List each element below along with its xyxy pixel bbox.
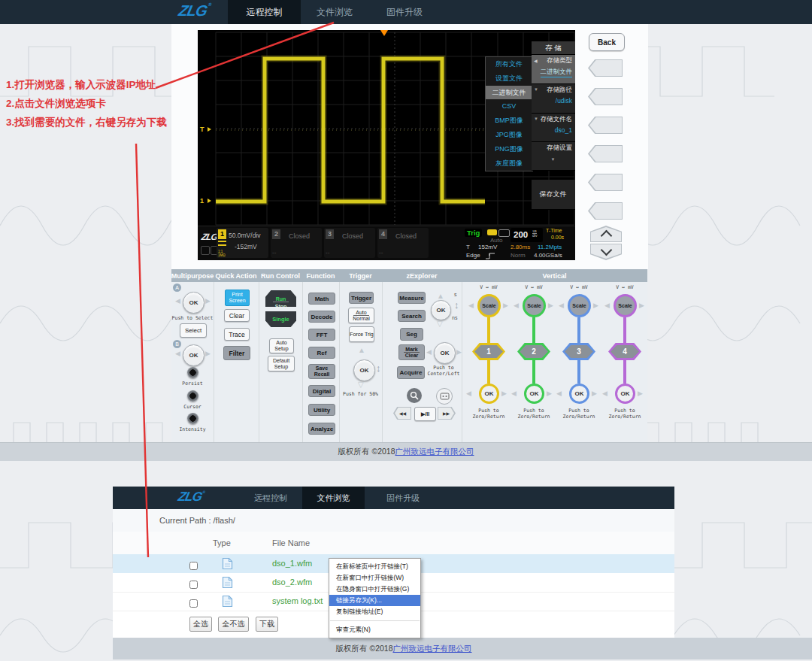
tab-firmware-upgrade[interactable]: 固件升级 — [373, 0, 436, 24]
digital-button[interactable]: Digital — [308, 385, 335, 397]
save-settings-item[interactable]: 存储设置 ▼ — [532, 142, 575, 171]
offset-right-icon[interactable]: ▶ — [501, 390, 507, 397]
channel1-marker[interactable]: 1 — [200, 197, 204, 205]
tab-file-browse[interactable]: 文件浏览 — [302, 487, 365, 509]
save-file-button[interactable]: 保存文件 — [532, 180, 575, 210]
softkey-button-5[interactable] — [588, 174, 623, 191]
file-type-item-jpg[interactable]: JPG图像 — [486, 128, 532, 142]
scale-left-icon[interactable]: ◀ — [604, 302, 610, 309]
analyze-button[interactable]: Analyze — [308, 423, 335, 435]
save-path-item[interactable]: ▼ 存储路径 /udisk — [532, 84, 575, 114]
menu-item-inspect[interactable]: 审查元素(N) — [329, 624, 420, 635]
channel4-status[interactable]: 4 Closed -- — [377, 228, 429, 258]
scale-knob-ch4[interactable]: Scale — [614, 294, 637, 317]
scale-knob-ch2[interactable]: Scale — [523, 294, 546, 317]
math-button[interactable]: Math — [308, 293, 335, 305]
filter-button[interactable]: Filter — [223, 346, 250, 360]
trigger-level-knob[interactable]: OK — [353, 359, 375, 381]
file-checkbox[interactable] — [189, 581, 198, 589]
offset-right-icon[interactable]: ▶ — [547, 390, 552, 397]
select-none-button[interactable]: 全不选 — [218, 617, 249, 632]
trigger-level-marker[interactable]: T — [200, 126, 205, 133]
measure-button[interactable]: Measure — [398, 292, 426, 304]
file-checkbox[interactable] — [189, 562, 198, 570]
save-recall-button[interactable]: Save Recall — [308, 364, 335, 379]
decode-button[interactable]: Decode — [308, 311, 335, 323]
channel-1-button[interactable]: 1 — [472, 343, 505, 360]
multipurpose-knob-b[interactable]: OK — [183, 344, 205, 366]
scale-left-icon[interactable]: ◀ — [559, 302, 564, 309]
default-setup-button[interactable]: Default Setup — [268, 356, 295, 371]
back-button[interactable]: Back — [589, 33, 625, 51]
offset-knob-ch1[interactable]: OK — [479, 384, 499, 404]
scale-knob-ch3[interactable]: Scale — [568, 294, 591, 317]
offset-knob-ch3[interactable]: OK — [569, 384, 589, 404]
intensity-knob[interactable] — [187, 413, 198, 424]
offset-left-icon[interactable]: ◀ — [602, 390, 607, 397]
scale-left-icon[interactable]: ◀ — [514, 302, 519, 309]
file-type-item-gray[interactable]: 灰度图像 — [486, 156, 532, 171]
tab-remote-control[interactable]: 远程控制 — [239, 487, 302, 509]
download-button[interactable]: 下载 — [256, 617, 278, 632]
fft-button[interactable]: FFT — [308, 329, 335, 341]
print-screen-button[interactable]: Print Screen — [225, 290, 250, 306]
softkey-button-4[interactable] — [588, 145, 623, 162]
clear-button[interactable]: Clear — [224, 309, 250, 322]
offset-left-icon[interactable]: ◀ — [511, 390, 517, 397]
file-checkbox[interactable] — [189, 599, 198, 608]
seg-button[interactable]: Seg — [400, 328, 423, 341]
pan-left-icon[interactable]: ◀ — [426, 349, 432, 356]
trig-level-down-icon[interactable]: ▽ — [358, 381, 364, 388]
menu-item-save-link-as[interactable]: 链接另存为(K)... — [329, 595, 420, 606]
offset-right-icon[interactable]: ▶ — [592, 390, 597, 397]
channel-3-button[interactable]: 3 — [562, 343, 595, 360]
softkey-button-2[interactable] — [588, 88, 623, 105]
utility-button[interactable]: Utility — [308, 404, 335, 416]
trace-button[interactable]: Trace — [224, 328, 250, 341]
auto-normal-button[interactable]: AutoNormal — [348, 308, 374, 323]
zoom-down-icon[interactable]: ▽ — [437, 320, 443, 327]
file-type-item-binary[interactable]: 二进制文件 — [486, 86, 532, 100]
trigger-menu-button[interactable]: Trigger — [349, 292, 374, 304]
file-type-item-csv[interactable]: CSV — [486, 99, 532, 114]
scale-knob-ch1[interactable]: Scale — [477, 294, 501, 317]
softkey-button-1[interactable] — [588, 59, 623, 77]
zexplorer-pan-knob[interactable]: OK — [434, 342, 456, 364]
zexplorer-scale-knob[interactable]: OK — [431, 300, 451, 320]
pan-right-icon[interactable]: ▶ — [456, 349, 462, 356]
select-all-button[interactable]: 全选 — [189, 617, 212, 632]
knob-b-right-arrow-icon[interactable]: ▶ — [205, 350, 211, 357]
softkey-button-3[interactable] — [588, 117, 623, 134]
channel-2-button[interactable]: 2 — [517, 343, 550, 360]
file-link[interactable]: dso_2.wfm — [272, 573, 312, 592]
keypad-button[interactable] — [436, 388, 453, 405]
mark-clear-button[interactable]: MarkClear — [398, 344, 425, 360]
single-button[interactable]: Single — [265, 311, 296, 327]
menu-item-open-incognito[interactable]: 在隐身窗口中打开链接(G) — [329, 584, 420, 595]
menu-item-open-new-tab[interactable]: 在新标签页中打开链接(T) — [329, 561, 420, 572]
persist-knob[interactable] — [187, 367, 198, 378]
file-type-item-all[interactable]: 所有文件 — [486, 57, 532, 71]
offset-left-icon[interactable]: ◀ — [466, 390, 471, 397]
knob-a-right-arrow-icon[interactable]: ▶ — [205, 298, 211, 305]
tab-remote-control[interactable]: 远程控制 — [228, 0, 301, 24]
tab-firmware-upgrade[interactable]: 固件升级 — [372, 487, 434, 509]
offset-right-icon[interactable]: ▶ — [638, 390, 643, 397]
channel2-status[interactable]: 2 Closed -- — [271, 228, 322, 258]
search-button[interactable]: Search — [398, 310, 426, 322]
scale-left-icon[interactable]: ◀ — [468, 302, 474, 309]
file-link[interactable]: dso_1.wfm — [272, 554, 312, 573]
run-stop-button[interactable]: Run Stop — [265, 290, 296, 307]
channel-4-button[interactable]: 4 — [608, 343, 641, 360]
company-link[interactable]: 广州致远电子有限公司 — [395, 447, 474, 457]
offset-left-icon[interactable]: ◀ — [556, 390, 562, 397]
menu-item-open-new-window[interactable]: 在新窗口中打开链接(W) — [329, 572, 420, 584]
company-link[interactable]: 广州致远电子有限公司 — [393, 644, 472, 654]
auto-setup-button[interactable]: Auto Setup — [269, 338, 294, 353]
cursor-knob[interactable] — [187, 390, 198, 402]
file-type-item-bmp[interactable]: BMP图像 — [486, 114, 532, 128]
file-link[interactable]: system log.txt — [272, 592, 323, 611]
scale-right-icon[interactable]: ▶ — [639, 302, 644, 309]
channel1-status[interactable]: 1 50.0mV/div -152mV 1:11MΩ — [217, 228, 268, 258]
play-pause-button[interactable]: ▶/II — [414, 407, 436, 421]
